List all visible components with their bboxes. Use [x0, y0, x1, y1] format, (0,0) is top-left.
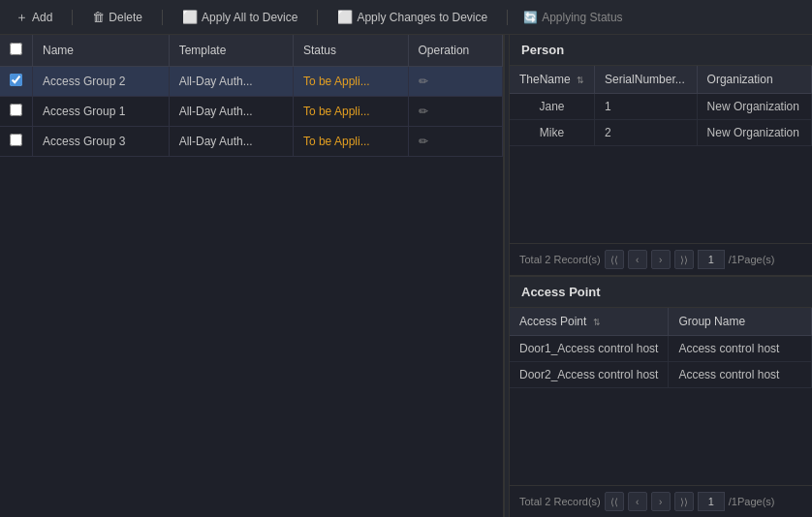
person-org: New Organization [697, 120, 811, 146]
person-row[interactable]: Mike 2 New Organization [510, 120, 812, 146]
person-col-org[interactable]: Organization [697, 66, 811, 94]
col-checkbox [0, 35, 33, 67]
row-checkbox[interactable] [10, 74, 22, 86]
access-point-group: Access control host [669, 336, 812, 362]
person-total-records: Total 2 Record(s) [519, 254, 601, 265]
person-first-page-btn[interactable]: ⟨⟨ [605, 250, 624, 269]
row-checkbox-cell [0, 67, 33, 97]
row-checkbox-cell [0, 127, 33, 157]
row-checkbox[interactable] [10, 104, 22, 116]
col-template[interactable]: Template [169, 35, 293, 67]
access-point-table: Access Point ⇅ Group Name Door1_Access c… [510, 308, 812, 388]
table-row[interactable]: Access Group 3 All-Day Auth... To be App… [0, 127, 503, 157]
person-serial: 1 [595, 94, 698, 120]
person-section: Person TheName ⇅ SerialNumber... Organiz… [510, 35, 812, 275]
toolbar: ＋ Add 🗑 Delete ⬜ Apply All to Device ⬜ A… [0, 0, 812, 35]
left-table-container: Name Template Status Operation Access Gr… [0, 35, 503, 517]
main-content: Name Template Status Operation Access Gr… [0, 35, 812, 517]
person-table-container: TheName ⇅ SerialNumber... Organization J… [510, 66, 812, 243]
status-badge: To be Appli... [303, 75, 370, 88]
access-point-section: Access Point Access Point ⇅ Group Name [510, 275, 812, 517]
delete-icon: 🗑 [92, 10, 105, 24]
access-point-total-records: Total 2 Record(s) [519, 496, 601, 507]
access-point-row[interactable]: Door1_Access control host Access control… [510, 336, 812, 362]
row-template: All-Day Auth... [169, 97, 293, 127]
applying-status: 🔄 Applying Status [523, 11, 622, 24]
edit-icon[interactable]: ✏ [419, 75, 428, 88]
col-operation[interactable]: Operation [408, 35, 502, 67]
left-table: Name Template Status Operation Access Gr… [0, 35, 503, 157]
apply-changes-icon: ⬜ [337, 10, 353, 24]
person-pagination: Total 2 Record(s) ⟨⟨ ‹ › ⟩⟩ /1Page(s) [510, 243, 812, 275]
status-badge: To be Appli... [303, 135, 370, 148]
left-panel: Name Template Status Operation Access Gr… [0, 35, 504, 517]
apply-all-label: Apply All to Device [202, 11, 297, 24]
applying-status-text: Applying Status [542, 11, 622, 24]
person-col-serial[interactable]: SerialNumber... [595, 66, 698, 94]
row-template: All-Day Auth... [169, 67, 293, 97]
access-point-col-group[interactable]: Group Name [669, 308, 812, 336]
access-point-name: Door1_Access control host [510, 336, 669, 362]
row-template: All-Day Auth... [169, 127, 293, 157]
delete-label: Delete [109, 11, 142, 24]
row-name: Access Group 3 [33, 127, 170, 157]
access-point-page-suffix: /1Page(s) [729, 496, 775, 507]
apply-changes-label: Apply Changes to Device [357, 11, 487, 24]
access-point-last-page-btn[interactable]: ⟩⟩ [674, 492, 694, 511]
access-point-col-name[interactable]: Access Point ⇅ [510, 308, 669, 336]
row-operation[interactable]: ✏ [408, 97, 502, 127]
add-button[interactable]: ＋ Add [12, 7, 56, 28]
table-row[interactable]: Access Group 1 All-Day Auth... To be App… [0, 97, 503, 127]
edit-icon[interactable]: ✏ [419, 135, 428, 148]
person-prev-page-btn[interactable]: ‹ [628, 250, 647, 269]
apply-all-button[interactable]: ⬜ Apply All to Device [178, 8, 301, 26]
sort-icon: ⇅ [577, 76, 584, 85]
person-page-suffix: /1Page(s) [729, 254, 775, 265]
left-table-header: Name Template Status Operation [0, 35, 503, 67]
access-point-page-input[interactable] [698, 492, 725, 511]
applying-status-icon: 🔄 [523, 11, 538, 24]
divider-2 [162, 10, 163, 25]
access-point-row[interactable]: Door2_Access control host Access control… [510, 362, 812, 388]
person-col-name[interactable]: TheName ⇅ [510, 66, 595, 94]
select-all-checkbox[interactable] [10, 43, 22, 55]
add-icon: ＋ [16, 9, 28, 26]
apply-all-icon: ⬜ [182, 10, 198, 24]
right-panel: Person TheName ⇅ SerialNumber... Organiz… [510, 35, 812, 517]
access-point-prev-page-btn[interactable]: ‹ [628, 492, 647, 511]
person-name: Mike [510, 120, 595, 146]
access-point-table-container: Access Point ⇅ Group Name Door1_Access c… [510, 308, 812, 485]
person-title: Person [510, 35, 812, 66]
person-row[interactable]: Jane 1 New Organization [510, 94, 812, 120]
access-point-first-page-btn[interactable]: ⟨⟨ [605, 492, 624, 511]
apply-changes-button[interactable]: ⬜ Apply Changes to Device [333, 8, 491, 26]
access-point-name: Door2_Access control host [510, 362, 669, 388]
person-next-page-btn[interactable]: › [651, 250, 671, 269]
person-last-page-btn[interactable]: ⟩⟩ [674, 250, 694, 269]
row-status: To be Appli... [293, 67, 408, 97]
person-name: Jane [510, 94, 595, 120]
person-serial: 2 [595, 120, 698, 146]
divider-4 [507, 10, 508, 25]
person-org: New Organization [697, 94, 811, 120]
row-checkbox-cell [0, 97, 33, 127]
divider-1 [72, 10, 73, 25]
person-page-input[interactable] [698, 250, 725, 269]
row-operation[interactable]: ✏ [408, 127, 502, 157]
row-status: To be Appli... [293, 97, 408, 127]
row-status: To be Appli... [293, 127, 408, 157]
delete-button[interactable]: 🗑 Delete [88, 8, 146, 26]
row-operation[interactable]: ✏ [408, 67, 502, 97]
col-name[interactable]: Name [33, 35, 170, 67]
row-checkbox[interactable] [10, 134, 22, 146]
access-point-group: Access control host [669, 362, 812, 388]
add-label: Add [32, 11, 52, 24]
edit-icon[interactable]: ✏ [419, 105, 428, 118]
table-row[interactable]: Access Group 2 All-Day Auth... To be App… [0, 67, 503, 97]
sort-icon: ⇅ [593, 318, 601, 327]
access-point-next-page-btn[interactable]: › [651, 492, 671, 511]
col-status[interactable]: Status [293, 35, 408, 67]
row-name: Access Group 2 [33, 67, 170, 97]
access-point-pagination: Total 2 Record(s) ⟨⟨ ‹ › ⟩⟩ /1Page(s) [510, 485, 812, 517]
row-name: Access Group 1 [33, 97, 170, 127]
